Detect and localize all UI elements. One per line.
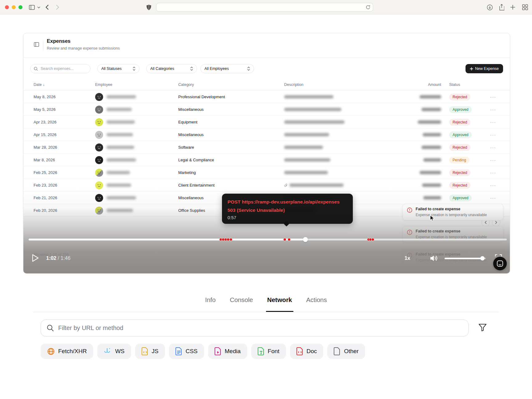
shield-icon[interactable] [145,0,153,14]
tab-info[interactable]: Info [205,296,216,312]
chip-js[interactable]: JS [135,344,165,359]
file-font-icon [258,347,264,355]
row-menu-button[interactable]: ··· [490,166,499,179]
volume-handle[interactable] [480,256,485,260]
column-header-description[interactable]: Description [284,83,304,87]
volume-icon[interactable] [429,254,438,262]
chip-fetch-xhr[interactable]: Fetch/XHR [41,344,93,359]
player-controls: 1:02 / 1:46 1x [23,251,510,267]
share-button[interactable] [498,0,506,14]
cell-amount [392,128,441,141]
column-header-category[interactable]: Category [178,83,194,87]
redacted-employee-name [107,95,136,99]
row-menu-button[interactable]: ··· [490,103,499,116]
playhead-handle[interactable] [303,237,308,242]
table-row[interactable]: Feb 25, 2026MarketingRejected··· [23,166,510,179]
network-error-marker[interactable] [229,238,232,241]
cell-category: Miscellaneous [178,128,204,141]
panel-toggle-icon[interactable] [34,42,39,47]
file-plain-icon [334,347,341,355]
row-menu-button[interactable]: ··· [490,91,499,103]
minimize-window-button[interactable] [12,5,16,9]
network-error-marker[interactable] [371,238,374,241]
table-header: Date ↓ Employee Category Description Amo… [23,79,510,91]
table-row[interactable]: Apr 23, 2026EquipmentRejected··· [23,116,510,128]
filter-select-all-statuses[interactable]: All Statuses [97,64,139,73]
tab-actions[interactable]: Actions [306,296,327,312]
status-badge: Rejected [449,182,470,189]
cell-amount [392,179,441,191]
redacted-amount [423,158,441,162]
row-menu-button[interactable]: ··· [490,154,499,166]
search-expenses-input[interactable] [41,64,87,73]
network-filter-field[interactable] [41,320,469,337]
forward-button[interactable] [54,0,61,14]
new-tab-button[interactable] [509,0,517,14]
timeline-scrubber[interactable] [29,239,507,240]
column-header-employee[interactable]: Employee [95,83,112,87]
zoom-window-button[interactable] [18,5,22,9]
network-filter-input[interactable] [58,320,461,336]
row-menu-button[interactable]: ··· [490,116,499,128]
table-row[interactable]: Feb 23, 2026Client EntertainmentRejected… [23,179,510,191]
volume-slider[interactable] [445,258,486,259]
filter-select-all-categories[interactable]: All Categories [146,64,197,73]
row-menu-button[interactable]: ··· [490,128,499,141]
chip-doc[interactable]: Doc [290,344,324,359]
time-display: 1:02 / 1:46 [46,255,71,261]
cell-category: Professional Development [178,91,225,103]
sidebar-icon[interactable] [27,0,36,14]
cell-employee [95,91,136,103]
chevron-down-icon[interactable] [36,0,41,14]
cell-date: Feb 25, 2026 [34,166,57,179]
playback-speed-button[interactable]: 1x [405,255,410,261]
redacted-description [289,183,344,187]
search-icon [47,324,54,332]
refresh-icon[interactable] [366,5,370,10]
chip-other[interactable]: Other [327,344,365,359]
tab-console[interactable]: Console [230,296,253,312]
tab-network[interactable]: Network [267,296,292,312]
table-row[interactable]: May 8, 2026Professional DevelopmentRejec… [23,91,510,103]
network-error-marker[interactable] [288,238,291,241]
chip-media[interactable]: Media [208,344,247,359]
tab-overview-button[interactable] [520,0,530,14]
chip-ws[interactable]: WS [97,344,131,359]
row-menu-button[interactable]: ··· [490,191,499,204]
downloads-button[interactable] [486,0,494,14]
address-bar[interactable] [156,3,373,12]
back-button[interactable] [44,0,50,14]
redacted-employee-name [107,196,136,200]
status-badge: Approved [449,106,472,113]
filter-funnel-icon[interactable] [478,324,487,332]
cell-date: May 8, 2026 [34,91,56,103]
cell-status: Rejected [449,141,470,154]
row-menu-button[interactable]: ··· [490,179,499,191]
window-controls[interactable] [5,5,22,9]
cell-category: Miscellaneous [178,103,204,116]
search-expenses-field[interactable] [30,64,91,73]
chip-css[interactable]: CSS [169,344,204,359]
resource-type-chips: Fetch/XHRWSJSCSSMediaFontDocOther [41,344,365,359]
column-header-amount[interactable]: Amount [392,83,441,87]
address-input[interactable] [159,3,363,11]
chip-font[interactable]: Font [251,344,286,359]
network-error-marker[interactable] [283,238,286,241]
error-toast[interactable]: Failed to create expenseExpense creation… [402,204,503,220]
table-row[interactable]: Apr 15, 2026MiscellaneousApproved··· [23,128,510,141]
table-row[interactable]: May 5, 2026MiscellaneousApproved··· [23,103,510,116]
row-menu-button[interactable]: ··· [490,141,499,154]
select-value: All Statuses [101,66,122,71]
table-row[interactable]: Mar 28, 2026SoftwareRejected··· [23,141,510,154]
replay-brand-button[interactable] [493,257,507,270]
play-button[interactable] [32,254,39,262]
filter-select-all-employees[interactable]: All Employees [200,64,254,73]
new-expense-button[interactable]: New Expense [465,64,503,73]
table-row[interactable]: Mar 8, 2026Legal & CompliancePending··· [23,154,510,166]
page-title: Expenses [47,38,71,44]
column-header-date[interactable]: Date ↓ [34,83,45,87]
status-badge: Approved [449,195,472,201]
column-header-status[interactable]: Status [449,83,460,87]
close-window-button[interactable] [5,5,9,9]
chip-label: WS [115,348,125,355]
